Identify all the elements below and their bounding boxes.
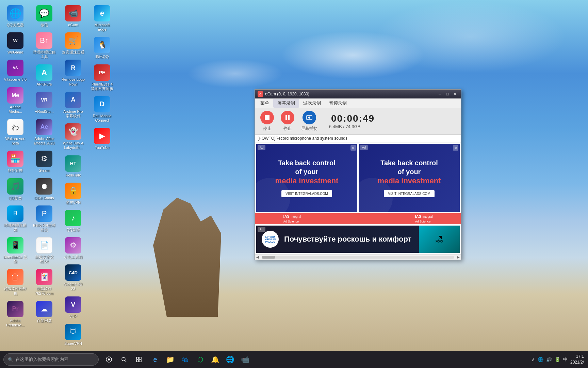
- icon-wegame[interactable]: W WeGame: [2, 31, 29, 56]
- icon-dell[interactable]: D Dell Mobile Connect: [88, 94, 116, 124]
- icon-obs[interactable]: ⏺ OBS Studio: [31, 177, 58, 202]
- ocam-info-bar[interactable]: [HOWTO]Record microphone and system soun…: [255, 135, 461, 142]
- svg-point-7: [122, 357, 125, 361]
- clock-date: 2021/2/: [570, 359, 584, 365]
- icon-vroid[interactable]: VR VRoidStu...: [31, 90, 58, 116]
- asteria-ad[interactable]: Ad ✕ ✕ ASTERIAKREMLINPALACE Почувствуйте…: [256, 226, 460, 253]
- icon-qq-music[interactable]: 🎵 QQ影音: [2, 177, 29, 202]
- icon-adobe-pr[interactable]: Pr Adobe Premiere...: [2, 299, 29, 329]
- icon-qq-music2[interactable]: ♪ QQ音乐: [60, 208, 87, 234]
- icon-vup[interactable]: V VUP: [60, 295, 87, 320]
- system-clock[interactable]: 17:1 2021/2/: [570, 354, 584, 365]
- scroll-left-arrow[interactable]: ◀: [255, 255, 260, 260]
- tray-chevron[interactable]: ∧: [532, 357, 535, 362]
- taskbar-edge-app[interactable]: e: [148, 353, 162, 366]
- icon-adobe-media[interactable]: Me Adobe Media...: [2, 86, 29, 116]
- ad-banner-2[interactable]: ✕ Ad Take back controlof your media inve…: [359, 144, 460, 212]
- icon-qq-browser[interactable]: 🌐 QQ浏览器: [2, 3, 29, 29]
- icon-vitascene[interactable]: VS Vitascene 3.0: [2, 58, 29, 83]
- svg-line-8: [125, 361, 126, 362]
- ad-btn-1[interactable]: VISIT INTEGRALADS.COM: [281, 190, 332, 197]
- ad-container: ✕ Ad Take back controlof your media inve…: [255, 142, 461, 213]
- ocam-window-controls: ─ □ ✕: [437, 91, 458, 97]
- icon-bluestacks[interactable]: 📱 BlueStacks 蓝叠: [2, 235, 29, 265]
- icon-steam[interactable]: ⚙ Steam: [31, 149, 58, 174]
- ad-close-1[interactable]: ✕: [350, 145, 356, 151]
- desktop: 🌐 QQ浏览器 W WeGame VS Vitascene 3.0 Me Ado…: [0, 0, 588, 368]
- menu-item-main[interactable]: 菜单: [256, 99, 273, 108]
- ad-banner-1[interactable]: ✕ Ad Take back controlof your media inve…: [256, 144, 357, 212]
- icon-ocam[interactable]: 📹 oCam: [60, 3, 87, 29]
- menu-item-audio[interactable]: 音频录制: [325, 99, 351, 108]
- ocam-toolbar: 停止 停止 屏幕捕捉: [255, 108, 461, 135]
- capture-button[interactable]: 屏幕捕捉: [301, 111, 317, 132]
- tray-volume[interactable]: 🔊: [546, 357, 552, 362]
- icon-apkpure[interactable]: A APKPure: [31, 63, 58, 88]
- ocam-timer: 00:00:49: [331, 113, 375, 124]
- pause-icon: [281, 111, 294, 124]
- ad-main-text-2: Take back controlof your media investmen…: [378, 158, 441, 186]
- taskbar-explorer-app[interactable]: 📁: [163, 353, 177, 366]
- search-icon: 🔍: [8, 357, 13, 362]
- ad-close-2[interactable]: ✕: [453, 145, 458, 151]
- taskbar-app7[interactable]: 📹: [238, 353, 252, 366]
- icon-wakaru[interactable]: わ Wakaru ver. beta: [2, 117, 29, 147]
- taskbar-app4[interactable]: ⬡: [193, 353, 207, 366]
- asteria-ad-text: Почувствуйте роскошь и комфорт: [284, 235, 411, 244]
- taskbar-app6[interactable]: 🌐: [223, 353, 237, 366]
- tray-battery[interactable]: 🔋: [555, 357, 560, 362]
- taskbar-store-app[interactable]: 🛍: [178, 353, 192, 366]
- icon-youtube[interactable]: ▶ YouTube: [88, 126, 116, 152]
- taskbar-search-placeholder: 在这里输入你要搜索的内容: [15, 356, 68, 363]
- svg-point-6: [108, 358, 110, 361]
- icon-baidu[interactable]: ☁ 百度网盘: [31, 299, 58, 325]
- icon-express[interactable]: 🛒 速卖通速卖通: [60, 31, 87, 56]
- tray-network[interactable]: 🌐: [538, 357, 543, 362]
- icon-wechat[interactable]: 💬 微信: [31, 3, 58, 29]
- pause-button[interactable]: 停止: [281, 111, 294, 132]
- icon-software-mgr[interactable]: 🏪 软件管理: [2, 149, 29, 174]
- maximize-button[interactable]: □: [444, 91, 451, 97]
- icon-remove-logo[interactable]: R Remove Logo Now!: [60, 58, 87, 88]
- minimize-button[interactable]: ─: [437, 91, 443, 97]
- ias-logo-1: IAS IntegralAd Science: [283, 214, 301, 224]
- menu-item-screen[interactable]: 屏幕录制: [273, 99, 299, 108]
- taskbar: 🔍 在这里输入你要搜索的内容: [0, 351, 588, 368]
- icon-pluraleyes[interactable]: PE PluralEyes 4 音频对齐同步: [88, 63, 116, 93]
- taskbar-search-button[interactable]: [117, 353, 131, 366]
- icon-new-text[interactable]: 📄 新建文本文档.txt: [31, 235, 58, 265]
- svg-point-4: [308, 117, 310, 119]
- ocam-titlebar[interactable]: o oCam (0, 0, 1920, 1080) ─ □ ✕: [255, 90, 461, 98]
- icon-arctime[interactable]: A Arctime Pro 字幕软件: [60, 90, 87, 120]
- icon-bilibili-tools[interactable]: B↑ 哔哩哔哩投稿工具: [31, 31, 58, 61]
- close-button[interactable]: ✕: [452, 91, 458, 97]
- scroll-right-arrow[interactable]: ▶: [456, 255, 461, 260]
- icon-edge[interactable]: e Microsoft Edge: [88, 3, 116, 33]
- ad-btn-2[interactable]: VISIT INTEGRALADS.COM: [384, 190, 434, 197]
- icon-hello-talk[interactable]: HT HelloTalk: [60, 154, 87, 179]
- scroll-thumb: [262, 256, 275, 259]
- ocam-size: 6.4MB / 74.3GB: [329, 124, 375, 129]
- icon-laovpn[interactable]: 🔒 老主VPN: [60, 181, 87, 206]
- taskbar-app5[interactable]: 🔔: [208, 353, 222, 366]
- taskbar-taskview-button[interactable]: [132, 353, 146, 366]
- menu-item-game[interactable]: 游戏录制: [299, 99, 325, 108]
- icon-qqpc[interactable]: 🐧 腾讯QQ: [88, 35, 116, 61]
- taskbar-search[interactable]: 🔍 在这里输入你要搜索的内容: [3, 353, 99, 366]
- icon-bilibili-live[interactable]: B 哔哩哔哩直播姬: [2, 204, 29, 234]
- stop-button[interactable]: 停止: [260, 111, 274, 132]
- asteria-image: 🏖: [419, 226, 460, 253]
- icon-adobe-ae[interactable]: Ae Adobe After Effects 2020: [31, 117, 58, 147]
- icon-xiaowa[interactable]: ⚙ 小丸工具箱: [60, 235, 87, 261]
- ocam-window: o oCam (0, 0, 1920, 1080) ─ □ ✕ 菜单 屏幕录制 …: [255, 89, 461, 260]
- icon-cinema4d[interactable]: C4D Cinema 4D 23: [60, 263, 87, 293]
- svg-rect-2: [288, 115, 290, 120]
- icon-supervpn[interactable]: 🛡 SuperVPN: [60, 322, 87, 348]
- ocam-scrollbar[interactable]: ◀ ▶: [255, 254, 461, 260]
- lang-indicator[interactable]: 中: [563, 356, 568, 363]
- icon-hello-pal[interactable]: P Hello Pal全球社交: [31, 204, 58, 234]
- icon-super-file[interactable]: 🗑 超级文件粉碎机: [2, 267, 29, 297]
- taskbar-start-button[interactable]: [102, 353, 116, 366]
- icon-assistant[interactable]: 🃏 助赢软件76276.com: [31, 267, 58, 297]
- icon-white-day[interactable]: 👻 White Day A Labyrinth...: [60, 122, 87, 152]
